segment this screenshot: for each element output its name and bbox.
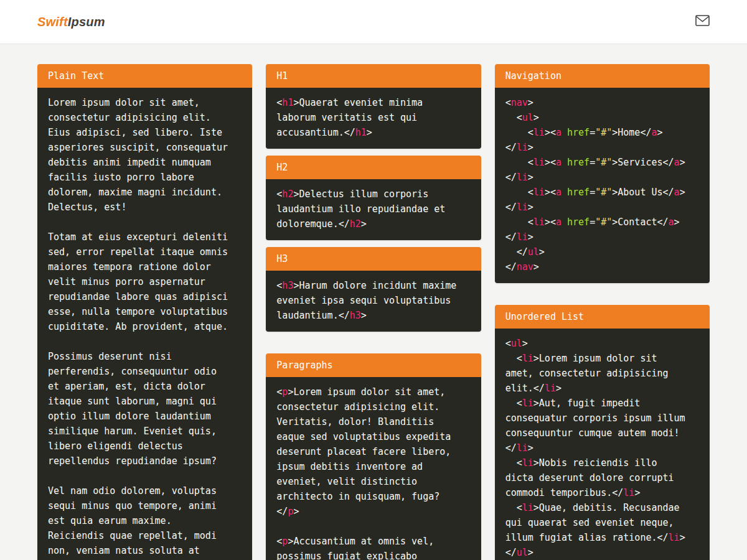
card-unordered-list-title: Unordered List (495, 305, 710, 329)
mail-button[interactable] (695, 15, 710, 29)
h2-code-block: <h2>Delectus illum corporis laudantium i… (266, 179, 481, 240)
brand-logo[interactable]: SwiftIpsum (37, 15, 105, 29)
card-h3: H3 <h3>Harum dolore incidunt maxime even… (266, 247, 481, 332)
plain-text-block: Lorem ipsum dolor sit amet, consectetur … (37, 88, 252, 560)
card-navigation: Navigation <nav> <ul> <li><a href="#">Ho… (495, 64, 710, 283)
card-h1-title: H1 (266, 64, 481, 88)
column-right: Navigation <nav> <ul> <li><a href="#">Ho… (495, 64, 710, 560)
brand-logo-accent: Swift (37, 15, 68, 29)
card-unordered-list: Unordered List <ul> <li>Lorem ipsum dolo… (495, 305, 710, 560)
h3-code-block: <h3>Harum dolore incidunt maxime eveniet… (266, 271, 481, 332)
paragraphs-code-block: <p>Lorem ipsum dolor sit amet, consectet… (266, 377, 481, 560)
card-plain-text: Plain Text Lorem ipsum dolor sit amet, c… (37, 64, 252, 560)
card-h3-title: H3 (266, 247, 481, 271)
card-h2-title: H2 (266, 156, 481, 179)
card-paragraphs-title: Paragraphs (266, 353, 481, 377)
column-middle: H1 <h1>Quaerat eveniet minima laborum ve… (266, 64, 481, 560)
column-left: Plain Text Lorem ipsum dolor sit amet, c… (37, 64, 252, 560)
top-bar: SwiftIpsum (0, 0, 747, 44)
envelope-icon (695, 15, 710, 29)
card-navigation-title: Navigation (495, 64, 710, 88)
cards-grid: Plain Text Lorem ipsum dolor sit amet, c… (0, 44, 747, 560)
card-h1: H1 <h1>Quaerat eveniet minima laborum ve… (266, 64, 481, 149)
card-paragraphs: Paragraphs <p>Lorem ipsum dolor sit amet… (266, 353, 481, 560)
unordered-list-code-block: <ul> <li>Lorem ipsum dolor sit amet, con… (495, 329, 710, 560)
card-plain-text-title: Plain Text (37, 64, 252, 88)
card-h2: H2 <h2>Delectus illum corporis laudantiu… (266, 156, 481, 240)
brand-logo-rest: Ipsum (68, 15, 105, 29)
navigation-code-block: <nav> <ul> <li><a href="#">Home</a> </li… (495, 88, 710, 283)
h1-code-block: <h1>Quaerat eveniet minima laborum verit… (266, 88, 481, 149)
